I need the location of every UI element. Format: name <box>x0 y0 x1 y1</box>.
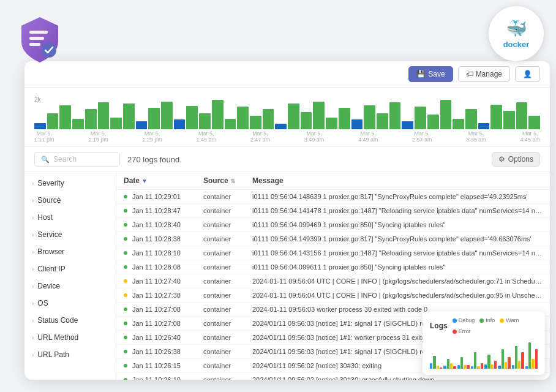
mini-bar <box>450 363 453 369</box>
mini-bar-group <box>484 355 497 369</box>
sidebar-filter-item[interactable]: ›Status Code <box>24 312 116 329</box>
options-button[interactable]: ⚙ Options <box>492 152 540 167</box>
severity-dot <box>124 223 127 227</box>
sidebar-filter-item[interactable]: ›URL Method <box>24 329 116 346</box>
mini-bar <box>474 352 476 369</box>
mini-chart-header: Logs DebugInfoWarnError <box>430 317 538 334</box>
mini-bar <box>515 346 517 369</box>
mini-chart-bars <box>430 338 538 369</box>
chart-bar <box>339 108 350 129</box>
svg-rect-0 <box>29 31 48 34</box>
chart-bar <box>503 111 515 129</box>
chart-bar <box>402 121 413 129</box>
mini-bar <box>512 365 514 369</box>
sidebar-filter-item[interactable]: ›Severity <box>24 175 116 192</box>
sidebar-filter-item[interactable]: ›Service <box>24 226 116 243</box>
sidebar-filter-item[interactable]: ›OS <box>24 295 116 312</box>
chart-y-label: 2k <box>34 96 41 103</box>
search-box[interactable]: 🔍 Search <box>34 152 120 167</box>
source-cell: container <box>203 306 252 313</box>
mini-bar <box>505 362 507 369</box>
manage-button[interactable]: 🏷 Manage <box>458 66 510 82</box>
sidebar-filter-item[interactable]: ›Device <box>24 277 116 295</box>
chart-area: 2k Mar 5,1:11 pm Mar 5,1:19 pm Mar 5,1:2… <box>24 88 550 147</box>
table-row[interactable]: Jan 11 10:27:40 container 2024-01-11 09:… <box>116 274 550 288</box>
chevron-right-icon: › <box>32 214 34 221</box>
source-cell: container <box>203 249 252 257</box>
table-row[interactable]: Jan 11 10:28:10 container i0111 09:56:04… <box>116 246 550 260</box>
chart-bar <box>263 109 274 129</box>
source-cell: container <box>203 207 252 214</box>
message-cell: i0111 09:56:04.099611 1 proxier.go:850] … <box>252 263 543 271</box>
severity-dot <box>124 307 127 311</box>
chart-bar <box>364 105 375 129</box>
legend-item: Error <box>453 328 471 334</box>
severity-dot <box>124 209 127 213</box>
message-cell: i0111 09:56:04.141478 1 proxier.go:1487]… <box>252 207 543 214</box>
mini-bar <box>457 365 460 369</box>
chevron-right-icon: › <box>32 334 34 341</box>
bar-chart <box>34 97 540 129</box>
chart-bar <box>516 102 528 129</box>
chevron-right-icon: › <box>32 180 34 187</box>
mini-bar <box>498 366 500 369</box>
mini-bar <box>491 364 494 369</box>
chevron-right-icon: › <box>32 317 34 324</box>
sidebar-filter-item[interactable]: ›Browser <box>24 243 116 260</box>
table-row[interactable]: Jan 11 10:28:38 container i0111 09:56:04… <box>116 232 550 246</box>
message-cell: i0111 09:56:04.143156 1 proxier.go:1487]… <box>252 249 543 257</box>
chart-bar <box>59 105 71 129</box>
save-button[interactable]: 💾 Save <box>408 66 453 82</box>
legend-dot <box>453 318 457 323</box>
chevron-right-icon: › <box>32 197 34 204</box>
mini-bar <box>528 342 531 369</box>
severity-dot <box>124 350 127 353</box>
sidebar-filter-item[interactable]: ›Client IP <box>24 260 116 277</box>
sidebar-filter-item[interactable]: ›Host <box>24 209 116 226</box>
mini-bar <box>464 365 466 369</box>
chart-bar <box>288 104 299 129</box>
table-row[interactable]: Jan 11 10:29:01 container i0111 09:56:04… <box>116 190 550 204</box>
col-source-header[interactable]: Source ⇅ <box>203 176 252 185</box>
chart-bar <box>225 119 236 129</box>
chart-bar <box>275 124 287 129</box>
docker-label: docker <box>503 40 530 49</box>
chart-bar <box>415 107 426 129</box>
table-row[interactable]: Jan 11 10:27:38 container 2024-01-11 09:… <box>116 288 550 303</box>
profile-button[interactable]: 👤 <box>515 66 540 82</box>
chart-bar <box>199 113 211 129</box>
legend-dot <box>479 318 484 323</box>
mini-bar <box>481 363 483 369</box>
chart-bar <box>301 112 312 129</box>
save-icon: 💾 <box>416 70 426 78</box>
table-row[interactable]: Jan 11 10:28:40 container i0111 09:56:04… <box>116 218 550 232</box>
table-row[interactable]: Jan 11 10:28:08 container i0111 09:56:04… <box>116 260 550 274</box>
docker-icon: 🐳 <box>506 18 527 39</box>
date-cell: Jan 11 10:27:38 <box>124 292 203 299</box>
col-date-header[interactable]: Date ▼ <box>124 176 203 185</box>
legend-item: Info <box>479 317 495 323</box>
chart-bar <box>250 116 261 129</box>
mini-bar <box>440 368 442 369</box>
mini-bar <box>460 357 463 369</box>
table-row[interactable]: Jan 11 10:28:47 container i0111 09:56:04… <box>116 204 550 218</box>
mini-bar <box>467 365 469 369</box>
chart-bar <box>136 121 148 129</box>
mini-chart-title: Logs <box>430 322 448 330</box>
sidebar: ›Severity›Source›Host›Service›Browser›Cl… <box>24 172 116 380</box>
source-cell: container <box>203 376 252 380</box>
chart-bar <box>490 105 502 129</box>
chart-bar <box>72 119 84 129</box>
sidebar-filter-item[interactable]: ›Source <box>24 192 116 209</box>
mini-bar-group <box>430 356 442 369</box>
logs-count: 270 logs found. <box>127 155 182 164</box>
chevron-right-icon: › <box>32 266 34 273</box>
mini-bar <box>525 366 528 369</box>
chart-bar <box>528 116 540 129</box>
mini-chart-legend: DebugInfoWarnError <box>453 317 538 334</box>
mini-bar <box>502 349 504 369</box>
date-cell: Jan 11 10:28:40 <box>124 221 203 228</box>
sidebar-filter-item[interactable]: ›URL Path <box>24 346 116 363</box>
severity-dot <box>124 251 127 255</box>
chart-bar <box>313 102 325 129</box>
